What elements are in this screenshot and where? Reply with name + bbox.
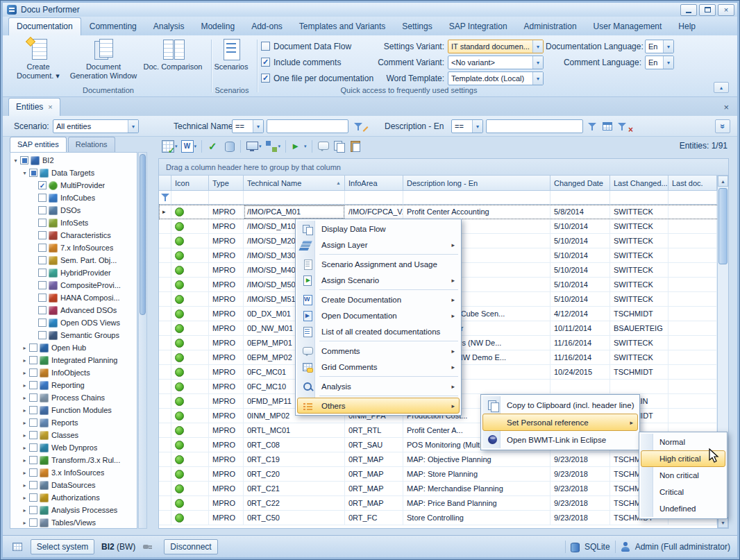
- tree-item-process-chains[interactable]: ▸Process Chains: [10, 391, 137, 404]
- tree-checkbox[interactable]: [29, 381, 37, 389]
- tree-checkbox[interactable]: [38, 256, 47, 264]
- comments-button[interactable]: [317, 139, 330, 154]
- description-operator-dropdown[interactable]: == ▾: [451, 119, 483, 133]
- tree-checkbox[interactable]: [38, 331, 47, 339]
- menu-item-analysis[interactable]: Analysis▸: [297, 378, 460, 394]
- tree-item-7-x-infosources[interactable]: 7.x InfoSources: [10, 241, 137, 254]
- expand-arrow-icon[interactable]: ▾: [21, 170, 28, 176]
- menu-item-copy-to-clipboard-incl-header-line[interactable]: Copy to Clipboard (incl. header line): [482, 396, 638, 414]
- tree-item-hybridprovider[interactable]: HybridProvider: [10, 266, 137, 279]
- tree-item-infoobjects[interactable]: ▸InfoObjects: [10, 366, 137, 379]
- tree-checkbox[interactable]: [38, 319, 47, 327]
- menu-item-assign-layer[interactable]: Assign Layer▸: [297, 237, 460, 253]
- tree-checkbox[interactable]: [29, 506, 37, 514]
- tree-checkbox[interactable]: [38, 269, 47, 277]
- document-generation-window-button[interactable]: DocumentGeneration Window: [69, 38, 137, 84]
- column-header-last-doc[interactable]: Last doc.: [668, 176, 717, 191]
- expand-arrow-icon[interactable]: ▸: [21, 470, 28, 476]
- scenario-assignment-button[interactable]: ▾: [161, 139, 178, 154]
- column-header-description-long-en[interactable]: Description long - En: [403, 176, 550, 191]
- tree-checkbox[interactable]: [29, 518, 37, 527]
- menu-item-grid-comments[interactable]: Grid Comments▸: [297, 359, 460, 375]
- tree-item-sem-part-obj[interactable]: Sem. Part. Obj...: [10, 254, 137, 266]
- tree-checkbox[interactable]: ✓: [38, 181, 47, 189]
- tree-item-dsos[interactable]: DSOs: [10, 204, 137, 217]
- expand-arrow-icon[interactable]: ▾: [12, 158, 19, 164]
- menu-item-critical[interactable]: Critical: [641, 484, 725, 500]
- expand-arrow-icon[interactable]: ▸: [21, 395, 28, 401]
- tree-item-infosets[interactable]: InfoSets: [10, 217, 137, 229]
- menu-tab-administration[interactable]: Administration: [516, 17, 585, 35]
- menu-item-comments[interactable]: Comments▸: [297, 343, 460, 359]
- tree-checkbox[interactable]: [38, 194, 47, 202]
- tree-item-semantic-groups[interactable]: Semantic Groups: [10, 329, 137, 341]
- menu-item-scenario-assignment-and-usage[interactable]: Scenario Assignment and Usage: [297, 256, 460, 272]
- tree-checkbox[interactable]: [38, 219, 47, 227]
- expand-arrow-icon[interactable]: ▸: [21, 520, 28, 526]
- menu-tab-modeling[interactable]: Modeling: [192, 17, 243, 35]
- expand-arrow-icon[interactable]: ▸: [21, 370, 28, 376]
- tree-item-datasources[interactable]: ▸DataSources: [10, 479, 137, 491]
- validate-button[interactable]: [206, 139, 220, 154]
- tree-item-hana-composi[interactable]: HANA Composi...: [10, 291, 137, 304]
- menu-item-display-data-flow[interactable]: Display Data Flow: [297, 221, 460, 237]
- column-header-changed-date[interactable]: Changed Date: [550, 176, 610, 191]
- dropdown-word-template[interactable]: Template.dotx (Local)▾: [448, 71, 544, 85]
- tree-item-reporting[interactable]: ▸Reporting: [10, 379, 137, 391]
- diagram-button[interactable]: ▾: [264, 139, 282, 154]
- expand-arrow-icon[interactable]: ▸: [21, 357, 28, 364]
- tree-item-data-targets[interactable]: ▾Data Targets: [10, 167, 137, 179]
- close-panel-icon[interactable]: ×: [723, 102, 729, 112]
- scrollbar-thumb[interactable]: [140, 154, 146, 315]
- scrollbar-thumb[interactable]: [718, 188, 728, 264]
- description-filter-input[interactable]: [486, 119, 583, 133]
- expand-arrow-icon[interactable]: ▸: [21, 507, 28, 514]
- filter-cell-type[interactable]: [209, 191, 244, 205]
- tree-checkbox[interactable]: [20, 156, 28, 164]
- menu-item-undefined[interactable]: Undefined: [641, 500, 725, 517]
- tree-item-classes[interactable]: ▸Classes: [10, 429, 137, 441]
- menu-item-set-personal-reference[interactable]: Set Personal reference▸: [482, 414, 638, 431]
- tree-checkbox[interactable]: [29, 443, 37, 452]
- filter-cell-icon[interactable]: [171, 191, 209, 205]
- menu-item-create-documentation[interactable]: Create Documentation▸: [297, 291, 460, 307]
- tree-item-bi2[interactable]: ▾BI2: [10, 154, 137, 167]
- filter-cell-last-doc[interactable]: [668, 191, 717, 205]
- tree-item-tables-views[interactable]: ▸Tables/Views: [10, 516, 137, 529]
- scenario-dropdown[interactable]: All entities ▾: [53, 119, 139, 133]
- dropdown-comment-variant[interactable]: <No variant>▾: [448, 56, 544, 69]
- menu-item-non-critical[interactable]: Non critical: [641, 467, 725, 484]
- tree-item-integrated-planning[interactable]: ▸Integrated Planning: [10, 354, 137, 366]
- disconnect-button[interactable]: Disconnect: [164, 539, 218, 554]
- doc-comparison-button[interactable]: Doc. Comparison: [139, 38, 207, 84]
- tree-item-advanced-dsos[interactable]: Advanced DSOs: [10, 304, 137, 316]
- tree-item-characteristics[interactable]: Characteristics: [10, 229, 137, 241]
- checkbox-document-data-flow[interactable]: Document Data Flow: [261, 40, 373, 52]
- tree-checkbox[interactable]: [29, 356, 37, 364]
- tree-checkbox[interactable]: [38, 281, 47, 289]
- menu-item-open-bwmt-link-in-eclipse[interactable]: Open BWMT-Link in Eclipse: [482, 431, 638, 448]
- menu-tab-settings[interactable]: Settings: [394, 17, 440, 35]
- tree-item-authorizations[interactable]: ▸Authorizations: [10, 491, 137, 504]
- menu-tab-sap-integration[interactable]: SAP Integration: [441, 17, 516, 35]
- clear-filter-icon[interactable]: [618, 121, 629, 131]
- select-system-button[interactable]: Select system: [31, 539, 94, 554]
- tree-checkbox[interactable]: [29, 368, 37, 377]
- tree-checkbox[interactable]: [29, 343, 37, 352]
- tree-item-reports[interactable]: ▸Reports: [10, 416, 137, 429]
- tab-entities[interactable]: Entities ×: [8, 98, 60, 116]
- column-header-technical-name[interactable]: Technical Name▲: [244, 176, 345, 191]
- collapse-ribbon-button[interactable]: ▴: [714, 82, 729, 93]
- tree-item-open-hub[interactable]: ▸Open Hub: [10, 341, 137, 354]
- expand-arrow-icon[interactable]: ▸: [21, 345, 28, 351]
- menu-tab-documentation[interactable]: Documentation: [8, 17, 81, 35]
- tab-relations[interactable]: Relations: [68, 137, 115, 153]
- column-header-type[interactable]: Type: [209, 176, 244, 191]
- export-button[interactable]: ▾: [290, 139, 308, 154]
- close-tab-icon[interactable]: ×: [48, 103, 52, 111]
- dropdown-documentation-language[interactable]: En▾: [645, 40, 674, 53]
- tree-item-infocubes[interactable]: InfoCubes: [10, 192, 137, 204]
- expand-arrow-icon[interactable]: ▸: [21, 445, 28, 451]
- tree-checkbox[interactable]: [29, 456, 37, 464]
- expand-arrow-icon[interactable]: ▸: [21, 432, 28, 439]
